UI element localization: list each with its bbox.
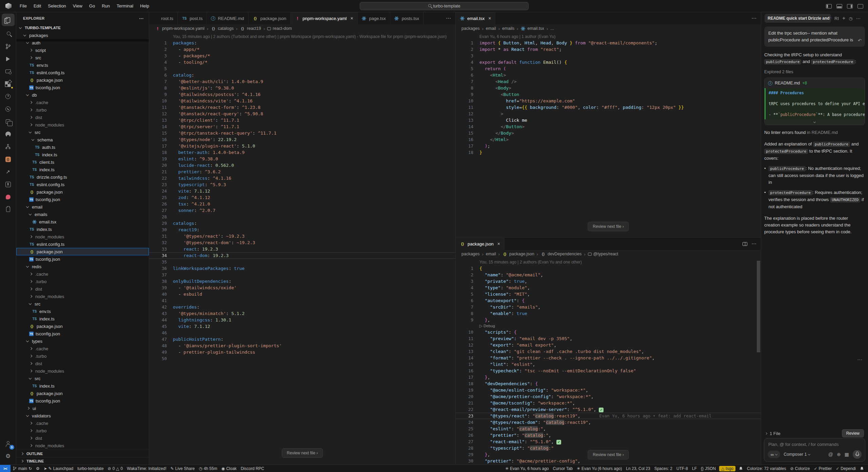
status-indentation[interactable]: Spaces: 2 bbox=[652, 465, 674, 472]
extensions-icon[interactable] bbox=[2, 78, 15, 90]
explorer-icon[interactable] bbox=[2, 14, 15, 26]
more-tabs-icon[interactable]: ⋯ bbox=[446, 15, 451, 21]
status-notifications-1[interactable] bbox=[737, 465, 745, 472]
status-live-share[interactable]: ✎Live Share bbox=[169, 465, 197, 472]
split-editor-icon[interactable] bbox=[743, 242, 747, 246]
expand-diff-icon[interactable] bbox=[813, 120, 816, 123]
command-center-search[interactable]: turbo-template bbox=[360, 2, 529, 10]
tree-item-auth.ts[interactable]: TSauth.ts bbox=[16, 143, 149, 151]
codelens-debug[interactable]: ▷ Debug bbox=[456, 323, 761, 329]
tree-item-package.json[interactable]: {}package.json bbox=[16, 188, 149, 196]
tree-item-tsconfig.json[interactable]: TStsconfig.json bbox=[16, 255, 149, 263]
changed-files-row[interactable]: 1 File Review bbox=[764, 429, 865, 438]
tree-item-node_modules[interactable]: node_modules bbox=[16, 121, 149, 129]
tab-package.json[interactable]: {}package.json bbox=[249, 12, 291, 24]
explorer-actions-icon[interactable]: ⋯ bbox=[139, 16, 144, 21]
tree-item-.cache[interactable]: .cache bbox=[16, 345, 149, 352]
chat-input[interactable]: Plan, @ for context, / for commands ∞ Co… bbox=[764, 438, 865, 462]
source-control-icon[interactable] bbox=[2, 40, 15, 53]
tree-item-src[interactable]: src bbox=[16, 300, 149, 308]
tree-item-script[interactable]: script bbox=[16, 46, 149, 54]
tab-README.md[interactable]: iREADME.md bbox=[207, 12, 248, 24]
tree-item-node_modules[interactable]: node_modules bbox=[16, 293, 149, 300]
tab-pnpm-workspace.yaml[interactable]: !pnpm-workspace.yaml× bbox=[291, 12, 357, 24]
mode-selector[interactable]: Composer 1 bbox=[784, 452, 810, 457]
message-actions-icon[interactable]: ⋯ bbox=[857, 357, 863, 363]
status-cloak[interactable]: ◉Cloak bbox=[219, 465, 239, 472]
outline-section[interactable]: OUTLINE bbox=[16, 450, 149, 457]
toggle-secondary-sidebar-icon[interactable] bbox=[847, 4, 853, 8]
restore-checkpoint-icon[interactable]: ↶ bbox=[858, 37, 862, 44]
tree-item-dist[interactable]: dist bbox=[16, 434, 149, 442]
review-next-file-button[interactable]: Review next file › bbox=[588, 450, 629, 459]
tree-item-.cache[interactable]: .cache bbox=[16, 419, 149, 427]
menu-file[interactable]: File bbox=[16, 0, 30, 12]
tree-item-node_modules[interactable]: node_modules bbox=[16, 367, 149, 375]
tab-posts.tsx[interactable]: posts.tsx bbox=[390, 12, 423, 24]
editor-group-email[interactable]: email.tsx× ⋯ packages›email›emails›email… bbox=[456, 12, 761, 237]
close-tab-icon[interactable]: × bbox=[488, 16, 491, 21]
review-next-file-button[interactable]: Review next file › bbox=[282, 448, 323, 458]
more-actions-icon[interactable]: ⋯ bbox=[751, 15, 757, 21]
tree-item-node_modules[interactable]: node_modules bbox=[16, 233, 149, 240]
tree-item-types[interactable]: types bbox=[16, 337, 149, 345]
tree-item-env.ts[interactable]: TSenv.ts bbox=[16, 308, 149, 315]
tree-item-drizzle.config.ts[interactable]: TSdrizzle.config.ts bbox=[16, 173, 149, 181]
scrollbar-thumb[interactable] bbox=[757, 261, 760, 352]
breadcrumb-item-package.json[interactable]: {}package.json bbox=[502, 252, 534, 256]
image-icon[interactable]: ▦ bbox=[845, 452, 849, 457]
model-selector[interactable]: ∞ bbox=[768, 451, 780, 458]
tab-email.tsx[interactable]: email.tsx× bbox=[456, 12, 495, 24]
remote-explorer-icon[interactable] bbox=[2, 65, 15, 78]
breadcrumb-item-react-dom[interactable]: react-dom bbox=[267, 26, 292, 31]
accounts-icon[interactable]: 3 bbox=[2, 437, 15, 450]
tab-page.tsx[interactable]: page.tsx bbox=[358, 12, 390, 24]
status-cursor-tab[interactable]: Cursor Tab bbox=[551, 465, 575, 472]
tree-item-node_modules[interactable]: node_modules bbox=[16, 442, 149, 449]
breadcrumb-item-pnpm-workspace.yaml[interactable]: !pnpm-workspace.yaml bbox=[155, 26, 204, 31]
editor-group-yaml[interactable]: root.tsTSpost.tsiREADME.md{}package.json… bbox=[149, 12, 456, 465]
breadcrumb-item-packages[interactable]: packages bbox=[461, 252, 480, 256]
breadcrumb-item-react19[interactable]: {}react19 bbox=[240, 26, 261, 31]
menu-help[interactable]: Help bbox=[137, 0, 153, 12]
breadcrumb-item-devDependencies[interactable]: {}devDependencies bbox=[540, 252, 581, 256]
tree-item-.turbo[interactable]: .turbo bbox=[16, 427, 149, 434]
toggle-panel-icon[interactable] bbox=[836, 4, 842, 8]
tab-package.json[interactable]: {}package.json× bbox=[456, 238, 505, 250]
tree-item-package.json[interactable]: {}package.json bbox=[16, 390, 149, 397]
tree-item-schema[interactable]: schema bbox=[16, 136, 149, 143]
menu-view[interactable]: View bbox=[70, 0, 86, 12]
review-button[interactable]: Review bbox=[842, 429, 864, 437]
status-wakatime[interactable]: WakaTime: Initialized! bbox=[125, 465, 168, 472]
tree-item-dist[interactable]: dist bbox=[16, 360, 149, 367]
boxes-extension-icon[interactable] bbox=[2, 115, 15, 128]
voice-icon[interactable] bbox=[853, 450, 862, 459]
tab-root.ts[interactable]: root.ts bbox=[149, 12, 178, 24]
tree-item-validators[interactable]: validators bbox=[16, 412, 149, 419]
tree-item-index.ts[interactable]: TSindex.ts bbox=[16, 151, 149, 158]
status-git-branch[interactable]: main↻ bbox=[11, 465, 34, 472]
analytics-extension-icon[interactable] bbox=[2, 103, 15, 115]
status-launchpad[interactable]: ➤✎Launchpad bbox=[42, 465, 76, 472]
panel-more-icon[interactable]: ⋯ bbox=[856, 16, 861, 21]
status-discord-rpc[interactable]: Discord RPC bbox=[239, 465, 266, 472]
tree-item-index.ts[interactable]: TSindex.ts bbox=[16, 382, 149, 390]
status-colorize[interactable]: ⊘Colorize bbox=[788, 465, 812, 472]
new-chat-icon[interactable]: + bbox=[842, 15, 845, 21]
customize-layout-icon[interactable] bbox=[857, 4, 863, 8]
run-debug-icon[interactable] bbox=[2, 53, 15, 65]
status-blame-author[interactable]: ✳Evan Yu, 6 hours ago bbox=[503, 465, 551, 472]
menu-go[interactable]: Go bbox=[86, 0, 98, 12]
user-message[interactable]: Edit the trpc section-- mention what pub… bbox=[764, 26, 865, 47]
tree-item-.turbo[interactable]: .turbo bbox=[16, 106, 149, 114]
timeline-section[interactable]: TIMELINE bbox=[16, 457, 149, 465]
status-eol[interactable]: LF bbox=[690, 465, 699, 472]
tree-item-dist[interactable]: dist bbox=[16, 285, 149, 293]
menu-run[interactable]: Run bbox=[98, 0, 113, 12]
status-remote[interactable]: >< bbox=[0, 465, 11, 472]
tree-item-.cache[interactable]: .cache bbox=[16, 270, 149, 278]
console-ninja-icon[interactable]: {} bbox=[2, 153, 15, 165]
status-cursor-position[interactable]: Ln 23, Col 23 bbox=[624, 465, 652, 472]
tree-item-eslint.config.ts[interactable]: TSeslint.config.ts bbox=[16, 240, 149, 248]
tree-item-.turbo[interactable]: .turbo bbox=[16, 352, 149, 360]
